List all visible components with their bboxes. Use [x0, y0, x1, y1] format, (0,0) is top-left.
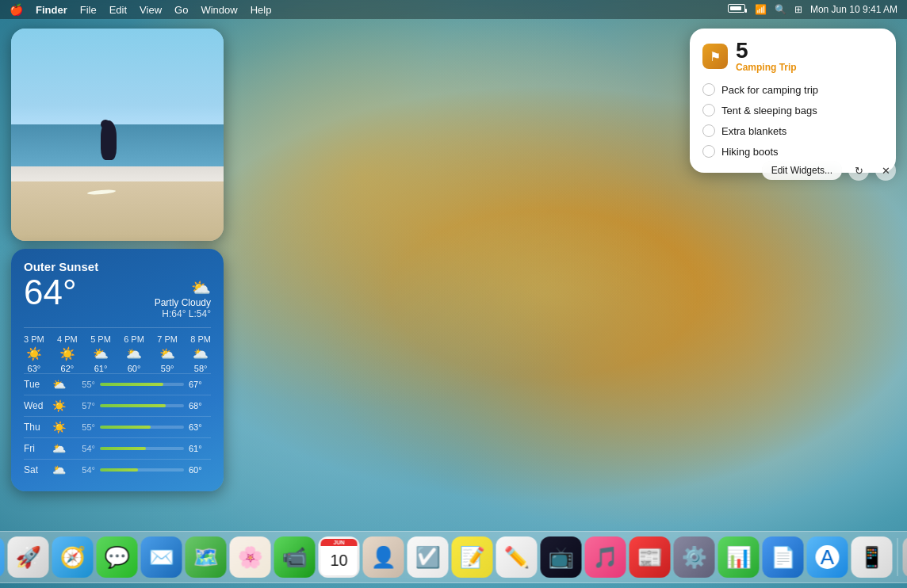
dock: 🔵 🚀 🧭 💬 ✉️ 🗺️ 🌸 📹 JUN 10 👤 ☑️	[0, 531, 907, 583]
app-store-icon: A	[816, 545, 840, 569]
hourly-time-0: 3 PM	[24, 334, 44, 344]
control-center-icon[interactable]: ⊞	[794, 4, 802, 15]
reminders-app-icon: ⚑	[702, 44, 728, 69]
close-widget-button[interactable]: ✕	[875, 160, 896, 181]
daily-forecast: Tue ⛅ 55° 67° Wed ☀️ 57° 68° Thu ☀️ 55° …	[24, 373, 211, 480]
daily-day-2: Thu	[24, 422, 46, 433]
dock-divider	[897, 538, 898, 576]
dock-system-preferences[interactable]: ⚙️	[674, 536, 715, 578]
weather-location: Outer Sunset	[24, 260, 211, 273]
facetime-icon: 📹	[282, 545, 308, 570]
calendar-inner: JUN 10	[319, 536, 360, 578]
hourly-item-5: 8 PM 🌥️ 58°	[190, 334, 211, 373]
datetime-display[interactable]: Mon Jun 10 9:41 AM	[810, 4, 897, 15]
hourly-icon-5: 🌥️	[193, 346, 209, 361]
menubar-help[interactable]: Help	[251, 4, 272, 16]
reminder-checkbox-1[interactable]	[702, 104, 715, 116]
hourly-icon-0: ☀️	[26, 346, 42, 361]
dock-reminders[interactable]: ☑️	[408, 536, 449, 578]
daily-day-1: Wed	[24, 400, 46, 411]
reminder-checkbox-3[interactable]	[702, 145, 715, 158]
hourly-icon-4: ⛅	[159, 346, 175, 361]
daily-row-3: Fri 🌥️ 54° 61°	[24, 437, 211, 459]
dock-pages[interactable]: 📄	[763, 536, 804, 578]
reminder-text-1: Tent & sleeping bags	[721, 105, 817, 116]
hourly-temp-1: 62°	[61, 364, 75, 373]
messages-icon: 💬	[105, 545, 130, 570]
daily-bar-1	[100, 404, 166, 407]
dock-numbers[interactable]: 📊	[718, 536, 760, 578]
photo-widget-image	[11, 29, 224, 241]
dock-photos[interactable]: 🌸	[230, 536, 271, 578]
edit-widgets-button[interactable]: Edit Widgets...	[762, 161, 842, 180]
hourly-icon-3: 🌥️	[126, 346, 142, 361]
hourly-time-3: 6 PM	[124, 334, 144, 344]
dock-iphone-mirroring[interactable]: 📱	[852, 536, 893, 578]
weather-sun-icon: ⛅	[155, 278, 211, 297]
menubar-view[interactable]: View	[140, 4, 162, 16]
dock-notes[interactable]: 📝	[452, 536, 493, 578]
daily-row-1: Wed ☀️ 57° 68°	[24, 395, 211, 416]
numbers-icon: 📊	[726, 545, 752, 570]
dock-calendar[interactable]: JUN 10	[319, 536, 360, 578]
dock-messages[interactable]: 💬	[97, 536, 138, 578]
dock-tv[interactable]: 📺	[541, 536, 582, 578]
reminder-item-3: Hiking boots	[702, 141, 883, 162]
calendar-day: 10	[321, 546, 358, 575]
reminder-item-1: Tent & sleeping bags	[702, 100, 883, 120]
hourly-forecast: 3 PM ☀️ 63° 4 PM ☀️ 62° 5 PM ⛅ 61° 6 PM …	[24, 327, 211, 373]
news-icon: 📰	[637, 545, 663, 570]
daily-bar-2	[100, 426, 151, 429]
dock-news[interactable]: 📰	[630, 536, 671, 578]
reminder-checkbox-2[interactable]	[702, 124, 715, 137]
hourly-temp-3: 60°	[128, 364, 141, 373]
daily-icon-3: 🌥️	[51, 442, 67, 455]
dock-app-store[interactable]: A	[807, 536, 848, 578]
iphone-icon: 📱	[859, 545, 885, 570]
daily-icon-2: ☀️	[51, 421, 67, 433]
menubar-go[interactable]: Go	[174, 4, 188, 16]
menubar-app-name[interactable]: Finder	[36, 4, 67, 16]
hourly-time-2: 5 PM	[90, 334, 111, 344]
reminders-dock-icon: ☑️	[415, 545, 441, 570]
reminder-checkbox-0[interactable]	[702, 83, 715, 96]
mail-icon: ✉️	[149, 545, 174, 570]
photos-icon: 🌸	[238, 545, 263, 570]
dock-safari[interactable]: 🧭	[52, 536, 94, 578]
hourly-item-3: 6 PM 🌥️ 60°	[124, 334, 144, 373]
daily-lo-3: 54°	[71, 444, 95, 453]
dock-launchpad[interactable]: 🚀	[8, 536, 49, 578]
dock-trash[interactable]: 🗑️	[903, 536, 908, 578]
weather-temperature: 64°	[24, 275, 77, 310]
music-icon: 🎵	[593, 545, 618, 570]
daily-bar-container-4	[100, 468, 184, 472]
reminders-widget: ⚑ 5 Camping Trip Pack for camping trip T…	[690, 29, 896, 173]
weather-widget: Outer Sunset 64° ⛅ Partly Cloudy H:64° L…	[11, 249, 224, 491]
dock-facetime[interactable]: 📹	[274, 536, 316, 578]
daily-hi-2: 63°	[189, 422, 211, 432]
apple-menu[interactable]: 🍎	[10, 3, 23, 16]
battery-icon	[728, 4, 747, 15]
dock-contacts[interactable]: 👤	[363, 536, 404, 578]
menubar-file[interactable]: File	[80, 4, 97, 16]
system-prefs-icon: ⚙️	[682, 545, 707, 570]
search-icon[interactable]: 🔍	[775, 4, 786, 15]
hourly-item-4: 7 PM ⛅ 59°	[157, 334, 178, 373]
reminders-count-block: 5 Camping Trip	[736, 40, 797, 73]
daily-hi-1: 68°	[189, 401, 211, 410]
dock-freeform[interactable]: ✏️	[496, 536, 538, 578]
reminder-text-0: Pack for camping trip	[721, 84, 818, 96]
menubar-edit[interactable]: Edit	[109, 4, 127, 16]
dock-finder[interactable]: 🔵	[0, 536, 5, 578]
rotate-widget-button[interactable]: ↻	[848, 160, 869, 181]
reminder-item-2: Extra blankets	[702, 120, 883, 141]
dock-mail[interactable]: ✉️	[141, 536, 182, 578]
daily-lo-0: 55°	[71, 380, 95, 389]
photo-widget	[11, 29, 224, 241]
dock-music[interactable]: 🎵	[585, 536, 626, 578]
hourly-temp-0: 63°	[28, 364, 41, 373]
menubar-window[interactable]: Window	[201, 4, 237, 16]
daily-icon-0: ⛅	[51, 378, 67, 391]
reminder-text-2: Extra blankets	[721, 125, 786, 137]
dock-maps[interactable]: 🗺️	[186, 536, 227, 578]
